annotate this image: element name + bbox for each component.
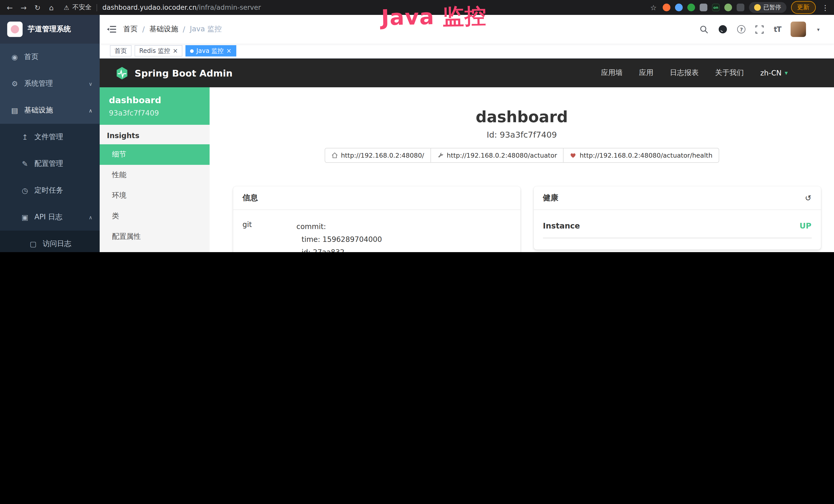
extension-icon-on-badge[interactable]: on xyxy=(712,4,720,11)
health-instance-label: Instance xyxy=(543,221,580,231)
paused-label: 已暂停 xyxy=(763,4,781,11)
clock-icon: ◷ xyxy=(21,186,29,194)
breadcrumb-current: Java 监控 xyxy=(190,25,222,34)
url-host: dashboard.yudao.iocoder.cn xyxy=(103,4,197,11)
sidebar-item-infrastructure[interactable]: ▤ 基础设施 ∧ xyxy=(0,97,100,124)
sba-brand[interactable]: Spring Boot Admin xyxy=(115,66,233,80)
sba-navbar: Spring Boot Admin 应用墙 应用 日志报表 关于我们 zh-CN… xyxy=(100,59,834,87)
header-actions: ? tT ▾ xyxy=(700,22,820,37)
tab-label: 首页 xyxy=(114,46,127,55)
extension-icon-orange[interactable] xyxy=(663,4,671,11)
sba-menu-metrics[interactable]: 性能 xyxy=(100,165,210,185)
extension-icon-green[interactable] xyxy=(687,4,695,11)
sidebar-item-scheduled-tasks[interactable]: ◷ 定时任务 xyxy=(0,177,100,204)
breadcrumb-separator: / xyxy=(142,25,145,33)
browser-menu-icon[interactable]: ⋮ xyxy=(822,3,829,12)
extension-icon-grid[interactable] xyxy=(700,4,707,11)
security-label: 不安全 xyxy=(72,3,92,12)
git-info-row: git commit: time: 1596289704000 id: 27aa… xyxy=(242,220,511,252)
service-url-button[interactable]: http://192.168.0.2:48080/ xyxy=(324,148,431,163)
sidebar-item-label: 首页 xyxy=(24,52,39,62)
page-instance-id: Id: 93a3fc7f7409 xyxy=(210,130,834,140)
sidebar-item-label: 定时任务 xyxy=(35,186,63,195)
extension-icon-blue[interactable] xyxy=(675,4,683,11)
home-icon xyxy=(331,152,338,159)
tab-label: Java 监控 xyxy=(197,46,224,55)
sidebar-item-config-management[interactable]: ✎ 配置管理 xyxy=(0,151,100,177)
sidebar-item-home[interactable]: ◉ 首页 xyxy=(0,44,100,70)
tab-home[interactable]: 首页 xyxy=(110,45,132,56)
sidebar-item-api-logs[interactable]: ▣ API 日志 ∧ xyxy=(0,204,100,231)
extension-icon-leaf[interactable] xyxy=(724,4,732,11)
browser-reload-button[interactable]: ↻ xyxy=(33,3,42,12)
warning-icon: ⚠ xyxy=(64,4,69,11)
sba-brand-title: Spring Boot Admin xyxy=(135,68,233,78)
profile-paused-badge[interactable]: 已暂停 xyxy=(749,2,786,13)
sidebar-item-access-logs[interactable]: ▢ 访问日志 xyxy=(0,231,100,252)
instance-id: 93a3fc7f7409 xyxy=(109,109,200,117)
sidebar-item-label: 访问日志 xyxy=(43,239,71,249)
actuator-url-button[interactable]: http://192.168.0.2:48080/actuator xyxy=(430,148,564,163)
sba-body: dashboard 93a3fc7f7409 Insights 细节 性能 环境… xyxy=(100,87,834,252)
sba-nav-about[interactable]: 关于我们 xyxy=(715,68,744,77)
sidebar-item-file-management[interactable]: ↥ 文件管理 xyxy=(0,124,100,151)
sidebar-collapse-icon[interactable] xyxy=(107,25,116,33)
cards-grid: 信息 git commit: time: 1596289704000 id: 2… xyxy=(210,186,834,252)
close-icon[interactable]: × xyxy=(173,48,178,54)
tab-java-monitor[interactable]: Java 监控 × xyxy=(186,45,236,56)
sba-locale-select[interactable]: zh-CN ▾ xyxy=(760,69,788,77)
sba-content: dashboard Id: 93a3fc7f7409 http://192.16… xyxy=(210,87,834,252)
sba-menu-classes[interactable]: 类 xyxy=(100,206,210,226)
fullscreen-icon[interactable] xyxy=(755,25,764,33)
health-url-label: http://192.168.0.2:48080/actuator/health xyxy=(580,152,712,159)
dashboard-icon: ◉ xyxy=(10,53,19,61)
sba-nav-applications[interactable]: 应用 xyxy=(639,68,654,77)
url-path: /infra/admin-server xyxy=(197,4,261,11)
gear-icon: ⚙ xyxy=(10,79,19,88)
service-url-label: http://192.168.0.2:48080/ xyxy=(341,152,424,159)
status-badge: UP xyxy=(799,221,811,231)
font-size-icon[interactable]: tT xyxy=(774,25,781,33)
sba-nav: 应用墙 应用 日志报表 关于我们 zh-CN ▾ xyxy=(601,68,788,77)
address-bar[interactable]: dashboard.yudao.iocoder.cn/infra/admin-s… xyxy=(103,4,261,11)
health-instance-row[interactable]: Instance UP xyxy=(543,220,812,238)
user-avatar[interactable] xyxy=(791,22,806,37)
site-security-chip[interactable]: ⚠ 不安全 dashboard.yudao.iocoder.cn/infra/a… xyxy=(64,3,261,12)
breadcrumb-infrastructure[interactable]: 基础设施 xyxy=(149,25,178,34)
sidebar-item-label: 基础设施 xyxy=(24,106,53,115)
browser-back-button[interactable]: ← xyxy=(5,3,14,12)
sidebar-item-system-management[interactable]: ⚙ 系统管理 ∨ xyxy=(0,70,100,97)
browser-forward-button[interactable]: → xyxy=(19,3,28,12)
app-logo-row[interactable]: 芋道管理系统 xyxy=(0,15,100,44)
browser-update-button[interactable]: 更新 xyxy=(791,1,815,14)
browser-home-button[interactable]: ⌂ xyxy=(47,3,56,12)
git-time-line: time: 1596289704000 xyxy=(297,233,511,246)
document-icon: ▣ xyxy=(21,213,29,221)
breadcrumb-home[interactable]: 首页 xyxy=(123,25,138,34)
sba-nav-journal[interactable]: 日志报表 xyxy=(670,68,699,77)
insights-group: Insights 细节 性能 环境 类 配置属性 计划任务 xyxy=(100,125,210,252)
health-url-button[interactable]: http://192.168.0.2:48080/actuator/health xyxy=(563,148,719,163)
github-icon[interactable] xyxy=(718,25,727,34)
bookmark-star-icon[interactable]: ☆ xyxy=(649,3,658,12)
history-icon[interactable]: ↺ xyxy=(805,193,811,203)
profile-avatar-icon xyxy=(754,4,761,11)
help-icon[interactable]: ? xyxy=(737,25,745,33)
close-icon[interactable]: × xyxy=(226,48,232,54)
instance-links: http://192.168.0.2:48080/ http://192.168… xyxy=(210,148,834,163)
tab-redis-monitor[interactable]: Redis 监控 × xyxy=(135,45,183,56)
sba-menu-environment[interactable]: 环境 xyxy=(100,185,210,206)
sba-menu-scheduled-tasks[interactable]: 计划任务 xyxy=(100,247,210,252)
wrench-icon xyxy=(437,152,444,159)
app-header: 首页 / 基础设施 / Java 监控 ? xyxy=(100,15,834,44)
search-icon[interactable] xyxy=(700,25,708,33)
tab-label: Redis 监控 xyxy=(139,46,170,55)
extension-icon-puzzle[interactable] xyxy=(737,4,744,11)
git-value: commit: time: 1596289704000 id: 27aa832 … xyxy=(297,220,511,252)
sba-nav-wallboard[interactable]: 应用墙 xyxy=(601,68,622,77)
instance-header[interactable]: dashboard 93a3fc7f7409 xyxy=(100,87,210,125)
info-card-body: git commit: time: 1596289704000 id: 27aa… xyxy=(233,210,520,252)
sba-menu-config-props[interactable]: 配置属性 xyxy=(100,226,210,247)
instance-name: dashboard xyxy=(109,95,200,105)
sba-menu-details[interactable]: 细节 xyxy=(100,144,210,165)
